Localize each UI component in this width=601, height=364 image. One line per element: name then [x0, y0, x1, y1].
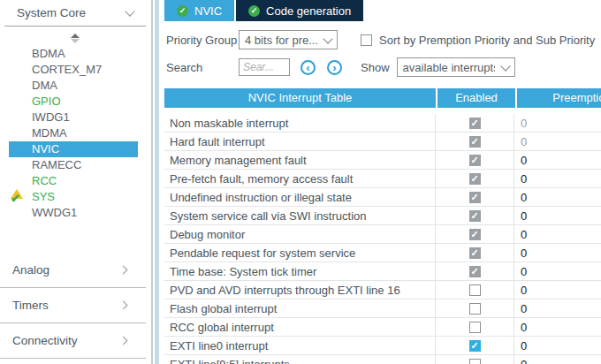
sidebar-item[interactable]: ✔ SYS — [0, 189, 150, 205]
sidebar-item[interactable]: IWDG1 — [0, 110, 150, 125]
preemption-priority-value[interactable]: 0 — [514, 133, 601, 150]
enabled-checkbox[interactable] — [469, 359, 481, 364]
table-row: Undefined instruction or illegal state 0 — [164, 188, 601, 207]
preemption-priority-value[interactable]: 0 — [514, 300, 601, 317]
check-icon: ✔ — [11, 192, 20, 205]
scroll-up-icon — [71, 34, 80, 38]
sidebar-section[interactable]: Analog — [0, 253, 146, 288]
tab[interactable]: ✓ NVIC — [164, 0, 234, 21]
preemption-priority-value[interactable]: 0 — [514, 244, 601, 262]
sidebar-item-label: SYS — [32, 190, 55, 203]
section-label: Timers — [12, 299, 120, 312]
tab-label: Code generation — [266, 4, 351, 18]
sidebar-item-label: NVIC — [32, 142, 59, 155]
preemption-priority-value[interactable]: 0 — [514, 355, 601, 364]
chevron-down-icon — [323, 34, 332, 43]
preemption-priority-value[interactable]: 0 — [514, 281, 601, 299]
chevron-right-icon — [119, 266, 128, 275]
search-input[interactable] — [239, 58, 290, 76]
enabled-checkbox[interactable] — [469, 210, 481, 222]
mode-tabs: ✓ NVIC ✓ Code generation — [159, 0, 601, 21]
interrupt-name: System service call via SWI instruction — [164, 207, 436, 224]
sidebar-item[interactable]: BDMA — [0, 46, 150, 62]
scroll-up-down-control[interactable] — [0, 32, 150, 44]
preemption-priority-value[interactable]: 0 — [514, 151, 601, 169]
preemption-priority-value[interactable]: 0 — [514, 188, 601, 206]
enabled-checkbox[interactable] — [469, 229, 481, 240]
peripheral-list: BDMA CORTEX_M7 DMA GPIO IWDG1 MDMA NVIC — [0, 46, 150, 221]
preemption-priority-value[interactable]: 0 — [514, 337, 601, 354]
interrupt-name: PVD and AVD interrupts through EXTI line… — [164, 281, 436, 299]
enabled-checkbox[interactable] — [469, 303, 481, 315]
interrupt-name: EXTI line0 interrupt — [164, 337, 436, 354]
sidebar-item[interactable]: RAMECC — [0, 157, 150, 173]
tab-ok-icon: ✓ — [248, 5, 260, 17]
interrupt-name: Debug monitor — [164, 225, 436, 243]
nvic-interrupt-table: NVIC Interrupt Table Enabled Preemption … — [164, 88, 601, 364]
sidebar-item[interactable]: RCC — [0, 173, 150, 189]
enabled-checkbox[interactable] — [469, 173, 481, 185]
enabled-checkbox[interactable] — [469, 340, 481, 352]
enabled-checkbox[interactable] — [469, 118, 481, 129]
status-icon — [11, 111, 25, 124]
status-icon — [11, 64, 25, 76]
sidebar-item-label: IWDG1 — [32, 110, 70, 124]
status-icon — [11, 159, 25, 171]
status-icon — [19, 143, 34, 155]
enabled-checkbox[interactable] — [469, 136, 481, 148]
sidebar-item[interactable]: WWDG1 — [0, 205, 150, 221]
sidebar-item-label: GPIO — [32, 95, 61, 108]
peripherals-sidebar: System Core BDMA CORTEX_M7 DMA GPIO IWDG… — [0, 0, 150, 364]
status-icon: ✔ — [11, 191, 25, 203]
chevron-right-icon — [119, 337, 128, 345]
preemption-priority-value[interactable]: 0 — [514, 114, 601, 132]
priority-group-select[interactable]: 4 bits for pre... — [239, 30, 338, 49]
table-row: EXTI line[9:5] interrupts 0 — [164, 355, 601, 364]
sidebar-section[interactable]: Timers — [0, 288, 146, 323]
sidebar-category-system-core[interactable]: System Core — [4, 0, 146, 27]
interrupt-name: Undefined instruction or illegal state — [164, 188, 436, 206]
enabled-checkbox[interactable] — [469, 266, 481, 277]
sidebar-item[interactable]: MDMA — [0, 125, 150, 141]
enabled-checkbox[interactable] — [469, 284, 481, 296]
sidebar-section[interactable]: Connectivity — [0, 323, 146, 359]
sidebar-item-label: MDMA — [32, 126, 67, 140]
enabled-checkbox[interactable] — [469, 192, 481, 203]
sidebar-item-label: WWDG1 — [32, 206, 77, 219]
enabled-checkbox[interactable] — [469, 247, 481, 259]
panel-splitter[interactable] — [150, 0, 159, 364]
enabled-checkbox[interactable] — [469, 322, 481, 333]
priority-group-value: 4 bits for pre... — [245, 34, 317, 47]
sidebar-item[interactable]: DMA — [0, 78, 150, 94]
interrupt-name: Memory management fault — [164, 151, 436, 169]
preemption-priority-value[interactable]: 0 — [514, 225, 601, 243]
sidebar-item-label: RCC — [32, 174, 57, 187]
preemption-priority-value[interactable]: 0 — [514, 318, 601, 336]
sidebar-item-label: BDMA — [32, 47, 65, 60]
preemption-priority-value[interactable]: 0 — [514, 170, 601, 187]
section-label: Analog — [12, 263, 120, 277]
table-header-row: NVIC Interrupt Table Enabled Preemption … — [164, 88, 601, 108]
status-icon — [11, 127, 25, 140]
table-row: EXTI line0 interrupt 0 — [164, 337, 601, 355]
splitter-line — [151, 0, 153, 364]
table-row: Debug monitor 0 — [164, 225, 601, 244]
sidebar-item[interactable]: GPIO — [0, 94, 150, 110]
chevron-down-icon — [500, 61, 510, 71]
section-label: Connectivity — [12, 334, 120, 347]
table-row: Flash global interrupt 0 — [164, 300, 601, 318]
tab[interactable]: ✓ Code generation — [236, 0, 363, 21]
preemption-priority-value[interactable]: 0 — [514, 262, 601, 280]
sort-by-priority-checkbox[interactable] — [361, 34, 372, 46]
chevron-right-icon — [119, 301, 128, 310]
table-body: Non maskable interrupt 0 Hard fault inte… — [164, 114, 601, 364]
table-row: RCC global interrupt 0 — [164, 318, 601, 337]
preemption-priority-value[interactable]: 0 — [514, 207, 601, 224]
search-previous-button[interactable]: ‹ — [300, 60, 316, 75]
show-interrupts-select[interactable]: available interrupts — [397, 57, 515, 77]
enabled-checkbox[interactable] — [469, 155, 481, 166]
show-label: Show — [361, 61, 390, 74]
search-next-button[interactable]: › — [327, 60, 342, 75]
sidebar-item[interactable]: NVIC — [9, 141, 138, 157]
sidebar-item[interactable]: CORTEX_M7 — [0, 62, 150, 78]
